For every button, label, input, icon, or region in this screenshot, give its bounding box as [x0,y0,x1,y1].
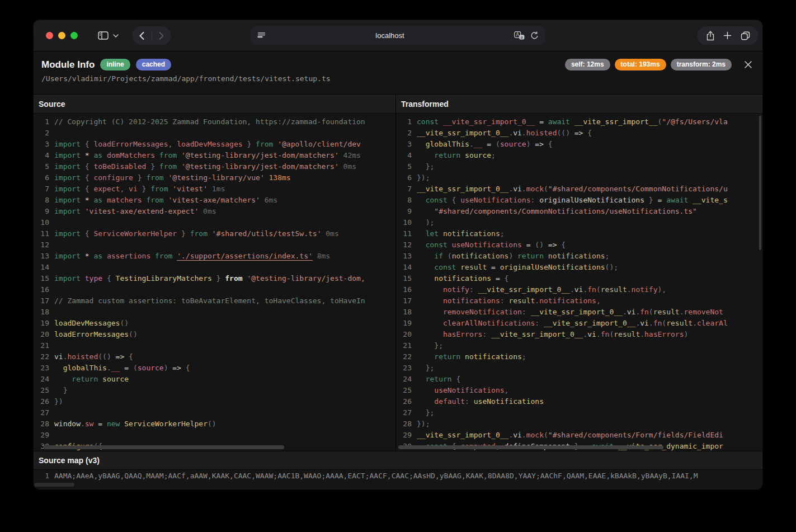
code-line: 24 return source [34,374,395,385]
code-token: , [505,386,509,394]
line-number: 13 [396,251,412,262]
reader-button[interactable] [257,32,266,39]
code-token: }; [417,162,434,171]
tab-overview-button[interactable] [741,31,750,40]
code-line: 19loadDevMessages() [34,318,395,329]
code-text: import 'vitest-axe/extend-expect' 0ms [54,206,216,217]
line-number: 24 [34,374,49,385]
chevron-left-icon [139,32,144,40]
new-tab-button[interactable] [723,31,732,40]
line-number: 22 [34,351,49,362]
browser-toolbar: localhost A a [34,20,762,51]
line-number: 27 [34,407,49,418]
code-token[interactable]: './support/assertions/index.ts' [177,252,313,260]
url-text[interactable]: localhost [266,31,514,40]
source-horizontal-scrollbar[interactable] [44,445,284,449]
code-line: 1// Copyright (C) 2012-2025 Zammad Found… [34,116,395,128]
code-line: 12 [34,239,395,251]
code-token: 8ms [313,252,330,260]
code-token: (() [98,352,115,361]
code-token: 'vitest' [168,185,208,193]
line-number: 20 [34,329,49,340]
code-token [417,207,434,215]
transformed-code-view[interactable]: 1const __vite_ssr_import_0__ = await __v… [396,114,762,451]
code-token: . [522,431,526,439]
code-token: ( [496,140,500,148]
source-code-view[interactable]: 1// Copyright (C) 2012-2025 Zammad Found… [34,114,395,451]
line-number: 3 [34,139,49,150]
reader-icon [257,32,266,39]
code-text: globalThis.__ = (source) => { [54,362,190,374]
code-token: useNotifications [460,196,530,204]
svg-text:a: a [521,35,523,40]
window-zoom-button[interactable] [70,32,78,39]
code-token: . [522,185,526,193]
code-token: notifications [443,296,500,305]
code-token: (); [605,263,618,271]
code-text: }; [417,362,434,374]
code-token [417,296,443,305]
code-token: const [426,196,448,204]
code-token: } [146,162,159,171]
line-number: 28 [34,418,49,430]
code-text: // Copyright (C) 2012-2025 Zammad Founda… [54,116,365,128]
code-token: }; [426,408,435,417]
line-number: 25 [34,385,49,396]
code-token: => [548,241,561,249]
reload-button[interactable] [530,31,539,40]
code-text: }; [417,161,434,172]
code-token: import [54,196,81,204]
code-text: }); [417,172,430,183]
share-button[interactable] [706,31,715,41]
code-token: , [168,140,177,148]
code-token [54,375,72,383]
line-number: 5 [34,161,49,172]
sidebar-toggle-button[interactable] [91,26,125,45]
code-line: 24 return { [396,374,762,385]
code-token: . [627,285,632,294]
code-token [417,397,434,406]
code-token: = [522,241,535,249]
code-line: 25 useNotifications, [396,385,762,396]
code-token: as [93,196,102,204]
code-text: vi.hoisted(() => { [54,351,133,362]
code-token: notifications [460,352,522,361]
window-close-button[interactable] [46,32,53,39]
code-token: = [93,420,106,428]
code-token: ) [508,252,517,260]
transformed-panel-title: Transformed [396,95,762,114]
transformed-vertical-scrollbar[interactable] [759,116,761,250]
address-bar[interactable]: localhost A a [251,26,545,45]
code-token: }; [434,341,443,350]
sourcemap-horizontal-scrollbar[interactable] [34,483,74,487]
line-number: 20 [396,329,412,340]
code-token: from [159,162,177,171]
code-token: ) [164,364,168,372]
cached-badge: cached [136,59,171,70]
transformed-horizontal-scrollbar[interactable] [398,445,663,449]
forward-button[interactable] [152,26,171,45]
window-minimize-button[interactable] [58,32,65,39]
code-text: import { toBeDisabled } from '@testing-l… [54,161,356,172]
line-number: 13 [34,251,49,262]
module-info-title-row: Module Info inline cached self: 12ms tot… [41,59,752,70]
code-token: . [522,129,526,137]
code-token: hoisted [526,129,557,137]
code-token: : [500,296,509,305]
code-token: __vite_ssr_import_0__ [417,431,508,439]
code-token: removeNot [684,308,723,316]
code-token: . [469,140,474,148]
code-text: }); [417,418,430,430]
translate-button[interactable]: A a [514,31,525,40]
sourcemap-view[interactable]: 1AAMA;AAeA,yBAAG,QAAQ,MAAM;AACf,aAAW,KAA… [34,470,762,481]
browser-window: localhost A a [34,20,762,489]
close-button[interactable] [744,60,752,69]
code-token: globalThis [63,364,107,372]
code-line: 7import { expect, vi } from 'vitest' 1ms [34,183,395,195]
code-text: clearAllNotifications: __vite_ssr_import… [417,318,728,329]
code-token: . [81,420,85,428]
line-number: 27 [396,407,412,418]
code-token: import [54,173,81,182]
back-button[interactable] [133,26,152,45]
code-token: 'vitest-axe/matchers' [164,196,260,204]
